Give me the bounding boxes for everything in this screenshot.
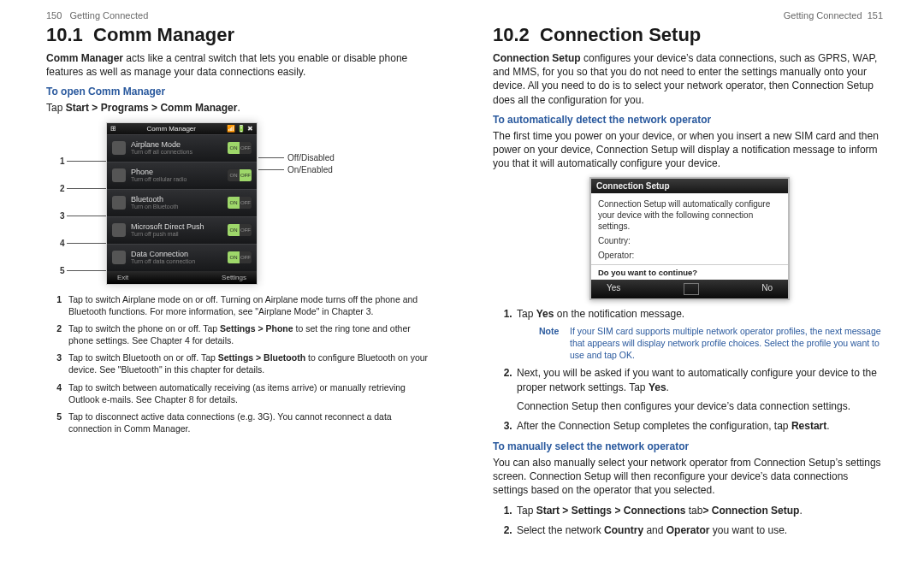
keyboard-icon xyxy=(684,283,699,295)
subhead-manual-select: To manually select the network operator xyxy=(493,440,883,452)
row-icon xyxy=(112,141,126,155)
note-text: If your SIM card supports multiple netwo… xyxy=(570,325,883,362)
comm-manager-row: PhoneTurn off cellular radioONOFF xyxy=(107,162,257,189)
row-icon xyxy=(112,251,126,264)
comm-manager-row: Microsoft Direct PushTurn off push mailO… xyxy=(107,216,257,244)
intro-paragraph-right: Connection Setup configures your device’… xyxy=(493,51,883,107)
dialog-yes-button[interactable]: Yes xyxy=(607,283,620,295)
intro-paragraph-left: Comm Manager acts like a central switch … xyxy=(46,51,431,79)
dialog-button-bar: Yes No xyxy=(591,280,788,298)
softkey-settings: Settings xyxy=(222,274,246,281)
row-icon xyxy=(112,168,126,182)
row-title: Airplane Mode xyxy=(131,140,181,149)
label-on-enabled: On/Enabled xyxy=(258,165,333,174)
left-running-head: 150 Getting Connected xyxy=(46,10,431,21)
dialog-operator-label: Operator: xyxy=(598,250,781,261)
right-page-number: 151 xyxy=(868,10,883,21)
subhead-open-comm: To open Comm Manager xyxy=(46,86,431,97)
figure-leader-3: 3 xyxy=(60,211,106,221)
figure-leader-2: 2 xyxy=(60,184,106,193)
step-2-after: Connection Setup then configures your de… xyxy=(517,399,883,414)
right-chapter-title: Getting Connected xyxy=(784,10,862,21)
figure-leader-1: 1 xyxy=(60,157,106,166)
dialog-title: Connection Setup xyxy=(591,179,788,193)
subhead-auto-detect: To automatically detect the network oper… xyxy=(493,114,883,126)
manual-select-paragraph: You can also manually select your networ… xyxy=(493,456,883,498)
description-item: 5Tap to disconnect active data connectio… xyxy=(46,410,431,434)
row-icon xyxy=(112,196,126,210)
row-subtitle: Turn off all connections xyxy=(131,149,228,155)
row-title: Microsoft Direct Push xyxy=(131,222,204,231)
left-page: 150 Getting Connected 10.1 Comm Manager … xyxy=(0,0,462,567)
phone-statusbar: ⊞ Comm Manager 📶 🔋 ✖ xyxy=(107,123,257,134)
dialog-country-label: Country: xyxy=(598,235,781,246)
comm-manager-row: BluetoothTurn on BluetoothONOFF xyxy=(107,189,257,216)
toggle-switch[interactable]: ONOFF xyxy=(228,142,252,154)
dialog-body: Connection Setup will automatically conf… xyxy=(591,193,788,264)
section-title-left: 10.1 Comm Manager xyxy=(46,24,431,46)
step-3: After the Connection Setup completes the… xyxy=(515,419,883,434)
step-2: Next, you will be asked if you want to a… xyxy=(515,366,883,414)
note-block: Note If your SIM card supports multiple … xyxy=(539,325,883,362)
row-subtitle: Turn off push mail xyxy=(131,231,228,237)
row-subtitle: Turn off cellular radio xyxy=(131,176,228,182)
manual-step-1: Tap Start > Settings > Connections tab> … xyxy=(515,504,883,518)
comm-manager-figure: 1 2 3 4 5 Off/Disabled On/Enabled ⊞ Comm… xyxy=(106,122,414,285)
right-page: Getting Connected 151 10.2 Connection Se… xyxy=(462,0,924,567)
auto-detect-steps: Tap Yes on the notification message. Not… xyxy=(493,307,883,433)
connection-setup-dialog-figure: Connection Setup Connection Setup will a… xyxy=(589,177,786,300)
row-title: Bluetooth xyxy=(131,195,163,204)
description-item: 1Tap to switch Airplane mode on or off. … xyxy=(46,293,431,317)
phone-screenshot: ⊞ Comm Manager 📶 🔋 ✖ Airplane ModeTurn o… xyxy=(106,122,258,285)
description-item: 3Tap to switch Bluetooth on or off. Tap … xyxy=(46,351,431,375)
left-page-number: 150 xyxy=(46,10,62,21)
toggle-switch[interactable]: ONOFF xyxy=(228,197,252,209)
start-icon: ⊞ xyxy=(110,125,116,133)
statusbar-icons: 📶 🔋 ✖ xyxy=(227,125,253,133)
open-path-line: Tap Start > Programs > Comm Manager. xyxy=(46,101,431,115)
left-chapter-title: Getting Connected xyxy=(70,10,149,21)
manual-step-2: Select the network Country and Operator … xyxy=(515,523,883,538)
row-icon xyxy=(112,223,126,237)
description-item: 4Tap to switch between automatically rec… xyxy=(46,381,431,405)
figure-leader-4: 4 xyxy=(60,239,106,248)
statusbar-title: Comm Manager xyxy=(147,125,196,133)
row-subtitle: Turn on Bluetooth xyxy=(131,204,228,210)
phone-softkey-bar: Exit Settings xyxy=(107,271,257,284)
comm-manager-row: Data ConnectionTurn off data connectionO… xyxy=(107,244,257,271)
row-title: Data Connection xyxy=(131,250,188,258)
row-title: Phone xyxy=(131,168,153,176)
toggle-switch[interactable]: ONOFF xyxy=(228,169,252,181)
comm-manager-row: Airplane ModeTurn off all connectionsONO… xyxy=(107,134,257,162)
auto-detect-paragraph: The first time you power on your device,… xyxy=(493,129,883,171)
numbered-description-list: 1Tap to switch Airplane mode on or off. … xyxy=(46,293,431,435)
manual-steps: Tap Start > Settings > Connections tab> … xyxy=(493,504,883,537)
toggle-switch[interactable]: ONOFF xyxy=(228,251,252,263)
dialog-text: Connection Setup will automatically conf… xyxy=(598,198,781,232)
dialog-no-button[interactable]: No xyxy=(761,283,773,295)
step-1: Tap Yes on the notification message. Not… xyxy=(515,307,883,361)
toggle-switch[interactable]: ONOFF xyxy=(228,224,252,236)
dialog-question: Do you want to continue? xyxy=(591,264,788,280)
section-title-right: 10.2 Connection Setup xyxy=(493,24,883,46)
figure-leader-5: 5 xyxy=(60,266,106,275)
softkey-exit: Exit xyxy=(117,274,128,281)
label-off-disabled: Off/Disabled xyxy=(258,153,335,162)
description-item: 2Tap to switch the phone on or off. Tap … xyxy=(46,322,431,346)
row-subtitle: Turn off data connection xyxy=(131,258,228,264)
right-running-head: Getting Connected 151 xyxy=(493,10,883,21)
